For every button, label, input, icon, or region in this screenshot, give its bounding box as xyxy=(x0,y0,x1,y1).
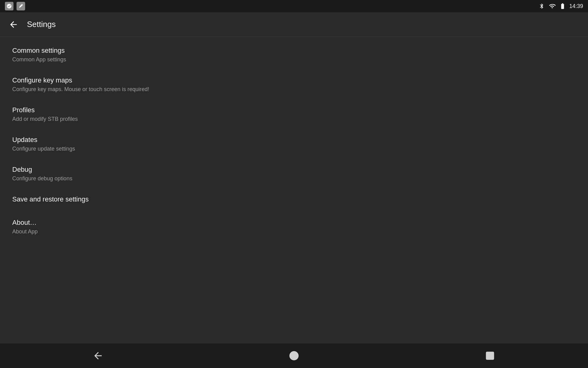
nav-back-button[interactable] xyxy=(86,343,110,368)
settings-item-subtitle-debug: Configure debug options xyxy=(12,175,576,182)
settings-item-updates[interactable]: UpdatesConfigure update settings xyxy=(0,129,588,159)
settings-item-title-debug: Debug xyxy=(12,166,576,174)
nav-home-button[interactable] xyxy=(282,343,306,368)
app-icon-1 xyxy=(5,2,13,10)
settings-item-common-settings[interactable]: Common settingsCommon App settings xyxy=(0,40,588,70)
nav-bar xyxy=(0,343,588,368)
settings-item-title-save-restore: Save and restore settings xyxy=(12,195,576,203)
settings-item-subtitle-common-settings: Common App settings xyxy=(12,56,576,63)
status-bar-right: 14:39 xyxy=(538,2,583,10)
settings-item-save-restore[interactable]: Save and restore settings xyxy=(0,189,588,212)
svg-rect-1 xyxy=(486,352,494,359)
settings-item-profiles[interactable]: ProfilesAdd or modify STB profiles xyxy=(0,99,588,129)
status-time: 14:39 xyxy=(569,3,583,10)
battery-icon xyxy=(559,2,566,10)
settings-item-title-common-settings: Common settings xyxy=(12,47,576,55)
settings-item-subtitle-configure-key-maps: Configure key maps. Mouse or touch scree… xyxy=(12,86,576,93)
app-icon-2 xyxy=(17,2,25,10)
settings-item-about[interactable]: About…About App xyxy=(0,212,588,242)
bluetooth-icon xyxy=(538,2,545,10)
settings-item-configure-key-maps[interactable]: Configure key mapsConfigure key maps. Mo… xyxy=(0,70,588,99)
settings-item-title-updates: Updates xyxy=(12,136,576,144)
toolbar: Settings xyxy=(0,12,588,37)
settings-item-subtitle-profiles: Add or modify STB profiles xyxy=(12,116,576,122)
settings-item-title-configure-key-maps: Configure key maps xyxy=(12,76,576,84)
status-bar: 14:39 xyxy=(0,0,588,12)
nav-recents-button[interactable] xyxy=(478,343,502,368)
settings-item-title-about: About… xyxy=(12,219,576,227)
status-bar-left xyxy=(5,2,25,10)
settings-item-debug[interactable]: DebugConfigure debug options xyxy=(0,159,588,189)
settings-item-title-profiles: Profiles xyxy=(12,106,576,114)
page-title: Settings xyxy=(27,20,56,29)
settings-item-subtitle-updates: Configure update settings xyxy=(12,146,576,152)
settings-item-subtitle-about: About App xyxy=(12,228,576,235)
settings-list: Common settingsCommon App settingsConfig… xyxy=(0,37,588,245)
wifi-icon xyxy=(548,2,556,10)
svg-point-0 xyxy=(290,352,298,360)
back-button[interactable] xyxy=(6,17,21,32)
